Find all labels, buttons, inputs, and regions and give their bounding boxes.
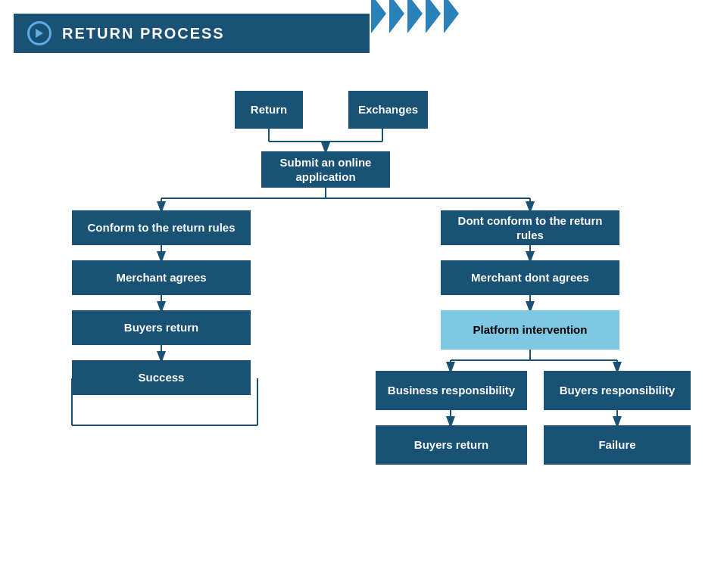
chevron-4 <box>426 0 441 33</box>
return-box: Return <box>235 91 303 129</box>
buyers-return-right-box: Buyers return <box>376 425 527 465</box>
header-title: RETURN PROCESS <box>62 25 225 42</box>
chevron-5 <box>444 0 459 33</box>
buyers-return-left-box: Buyers return <box>72 310 251 345</box>
header-icon <box>27 21 51 45</box>
conform-box: Conform to the return rules <box>72 210 251 245</box>
dont-conform-box: Dont conform to the return rules <box>441 210 619 245</box>
submit-box: Submit an online application <box>261 151 390 188</box>
svg-marker-0 <box>36 29 43 38</box>
success-box: Success <box>72 360 251 395</box>
chevron-3 <box>407 0 423 33</box>
business-resp-box: Business responsibility <box>376 371 527 410</box>
merchant-dont-box: Merchant dont agrees <box>441 260 619 295</box>
header-chevrons <box>371 0 727 33</box>
buyers-resp-box: Buyers responsibility <box>544 371 691 410</box>
merchant-agrees-box: Merchant agrees <box>72 260 251 295</box>
chevron-1 <box>371 0 386 33</box>
exchanges-box: Exchanges <box>348 91 428 129</box>
flowchart: Return Exchanges Submit an online applic… <box>0 68 727 588</box>
chevron-2 <box>389 0 404 33</box>
failure-box: Failure <box>544 425 691 465</box>
platform-box: Platform intervention <box>441 310 619 350</box>
header-bar: RETURN PROCESS <box>14 14 370 53</box>
